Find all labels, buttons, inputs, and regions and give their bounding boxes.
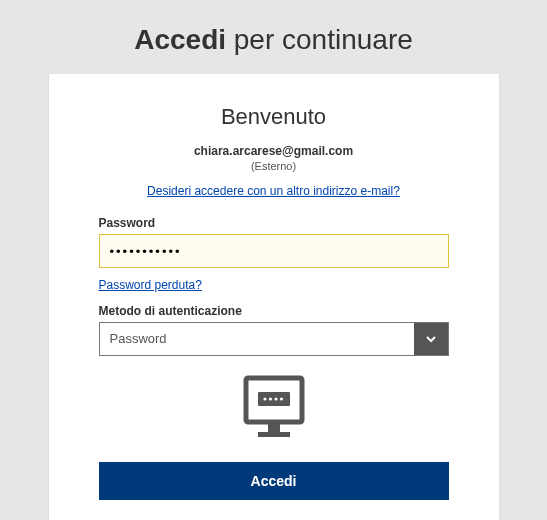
auth-method-label: Metodo di autenticazione [99,304,449,318]
welcome-heading: Benvenuto [99,104,449,130]
svg-point-2 [263,397,266,400]
password-label: Password [99,216,449,230]
auth-method-row: Metodo di autenticazione Password [99,304,449,356]
svg-point-3 [268,397,271,400]
svg-point-4 [274,397,277,400]
svg-rect-7 [258,432,290,437]
auth-method-toggle[interactable] [414,323,448,355]
svg-rect-1 [258,392,290,406]
page-title-bold: Accedi [134,24,226,55]
login-card: Benvenuto chiara.arcarese@gmail.com (Est… [49,74,499,520]
password-monitor-illustration [99,374,449,444]
auth-method-value: Password [100,323,414,355]
page-title-rest: per continuare [226,24,413,55]
auth-method-select[interactable]: Password [99,322,449,356]
page-title: Accedi per continuare [0,0,547,74]
other-email-link[interactable]: Desideri accedere con un altro indirizzo… [99,184,449,198]
svg-rect-6 [268,422,280,432]
password-input[interactable] [99,234,449,268]
chevron-down-icon [425,333,437,345]
forgot-password-link[interactable]: Password perduta? [99,278,202,292]
monitor-password-icon [238,374,310,444]
user-email: chiara.arcarese@gmail.com [99,144,449,158]
submit-button[interactable]: Accedi [99,462,449,500]
external-badge: (Esterno) [99,160,449,172]
svg-point-5 [279,397,282,400]
password-row: Password [99,216,449,268]
